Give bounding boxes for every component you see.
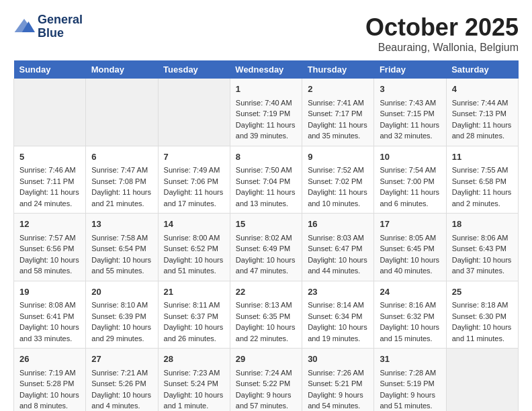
day-info-line: Sunset: 7:19 PM [236,108,296,120]
day-info-line: Sunrise: 7:23 AM [164,367,224,379]
day-number: 2 [308,83,368,96]
day-info-line: and 57 minutes. [236,400,296,411]
day-info-line: Sunrise: 8:06 AM [452,232,513,244]
day-info-line: Sunrise: 8:00 AM [164,232,224,244]
day-info-line: and 21 minutes. [91,198,152,210]
day-info-line: and 4 minutes. [91,400,152,411]
day-number: 27 [91,353,152,366]
day-info-line: Sunrise: 8:08 AM [19,300,80,311]
day-number: 19 [19,285,80,299]
calendar-cell [14,79,86,146]
day-info-line: Sunset: 5:26 PM [91,378,152,390]
day-info-line: and 6 minutes. [380,198,440,210]
day-info-line: Sunset: 6:41 PM [19,311,80,322]
day-number: 23 [308,285,368,299]
day-info-line: Daylight: 11 hours [452,120,513,131]
calendar-cell: 26Sunrise: 7:19 AMSunset: 5:28 PMDayligh… [14,349,86,412]
day-info-line: and 2 minutes. [452,198,513,210]
day-info-line: Sunset: 6:43 PM [452,243,513,255]
day-info-line: Daylight: 10 hours [164,390,224,401]
calendar-table: SundayMondayTuesdayWednesdayThursdayFrid… [13,60,519,411]
logo-icon [13,16,35,38]
day-info-line: and 15 minutes. [380,333,440,345]
title-area: October 2025 Beauraing, Wallonia, Belgiu… [365,13,519,54]
calendar-cell: 14Sunrise: 8:00 AMSunset: 6:52 PMDayligh… [158,214,230,281]
calendar-header: SundayMondayTuesdayWednesdayThursdayFrid… [14,60,519,79]
calendar-cell: 3Sunrise: 7:43 AMSunset: 7:15 PMDaylight… [374,79,446,146]
day-number: 30 [308,353,368,366]
day-info-line: Sunset: 6:32 PM [380,311,440,322]
day-info-line: Daylight: 10 hours [236,322,296,333]
day-number: 3 [380,83,440,96]
day-info-line: Daylight: 10 hours [236,255,296,266]
day-number: 1 [236,83,296,96]
calendar-cell: 11Sunrise: 7:55 AMSunset: 6:58 PMDayligh… [446,146,518,214]
day-info-line: Sunset: 7:17 PM [308,108,368,120]
day-info-line: Sunset: 6:49 PM [236,243,296,255]
day-info-line: Daylight: 9 hours [308,390,368,401]
weekday-header-row: SundayMondayTuesdayWednesdayThursdayFrid… [14,60,519,79]
calendar-cell: 15Sunrise: 8:02 AMSunset: 6:49 PMDayligh… [230,214,302,281]
day-number: 6 [91,150,152,164]
day-number: 31 [380,353,440,366]
calendar-cell: 4Sunrise: 7:44 AMSunset: 7:13 PMDaylight… [446,79,518,146]
day-info-line: Daylight: 10 hours [91,390,152,401]
day-number: 9 [308,150,368,164]
day-info-line: Sunset: 6:34 PM [308,311,368,322]
day-number: 14 [164,218,224,231]
day-info-line: Daylight: 10 hours [452,255,513,266]
day-info-line: Sunrise: 7:44 AM [452,97,513,109]
weekday-header-wednesday: Wednesday [230,60,302,79]
calendar-cell: 22Sunrise: 8:13 AMSunset: 6:35 PMDayligh… [230,281,302,349]
month-title: October 2025 [365,13,519,42]
calendar-week-row: 26Sunrise: 7:19 AMSunset: 5:28 PMDayligh… [14,349,519,412]
day-info-line: Sunrise: 8:18 AM [452,300,513,311]
day-info-line: Daylight: 10 hours [308,255,368,266]
day-info-line: Sunset: 6:37 PM [164,311,224,322]
day-info-line: Sunrise: 7:28 AM [380,367,440,379]
day-info-line: and 55 minutes. [91,265,152,277]
day-info-line: Sunset: 5:21 PM [308,378,368,390]
day-number: 12 [19,218,80,231]
calendar-cell: 12Sunrise: 7:57 AMSunset: 6:56 PMDayligh… [14,214,86,281]
day-info-line: Sunset: 6:56 PM [19,243,80,255]
day-number: 17 [380,218,440,231]
day-info-line: Sunset: 5:19 PM [380,378,440,390]
day-info-line: and 40 minutes. [380,265,440,277]
day-info-line: Sunrise: 7:55 AM [452,165,513,176]
day-info-line: Sunrise: 8:11 AM [164,300,224,311]
calendar-week-row: 1Sunrise: 7:40 AMSunset: 7:19 PMDaylight… [14,79,519,146]
day-info-line: and 35 minutes. [308,130,368,142]
day-info-line: and 17 minutes. [164,198,224,210]
calendar-cell: 31Sunrise: 7:28 AMSunset: 5:19 PMDayligh… [374,349,446,412]
day-info-line: and 22 minutes. [236,333,296,345]
day-info-line: Sunrise: 8:02 AM [236,232,296,244]
day-info-line: Sunrise: 8:05 AM [380,232,440,244]
day-info-line: Sunrise: 7:49 AM [164,165,224,176]
logo-line2: Blue [38,27,83,40]
day-info-line: Daylight: 11 hours [308,120,368,131]
day-info-line: Sunset: 6:47 PM [308,243,368,255]
calendar-body: 1Sunrise: 7:40 AMSunset: 7:19 PMDaylight… [14,79,519,411]
calendar-cell: 24Sunrise: 8:16 AMSunset: 6:32 PMDayligh… [374,281,446,349]
logo-line1: General [38,13,83,27]
day-info-line: and 39 minutes. [236,130,296,142]
calendar-cell: 28Sunrise: 7:23 AMSunset: 5:24 PMDayligh… [158,349,230,412]
day-info-line: Sunrise: 7:47 AM [91,165,152,176]
day-info-line: Sunset: 6:39 PM [91,311,152,322]
day-info-line: and 8 minutes. [19,400,80,411]
day-info-line: Sunset: 7:15 PM [380,108,440,120]
calendar-cell: 25Sunrise: 8:18 AMSunset: 6:30 PMDayligh… [446,281,518,349]
day-number: 22 [236,285,296,299]
calendar-cell: 17Sunrise: 8:05 AMSunset: 6:45 PMDayligh… [374,214,446,281]
day-info-line: Daylight: 11 hours [452,187,513,198]
day-info-line: Sunrise: 7:50 AM [236,165,296,176]
day-info-line: and 11 minutes. [452,333,513,345]
calendar-cell: 5Sunrise: 7:46 AMSunset: 7:11 PMDaylight… [14,146,86,214]
day-info-line: Sunrise: 7:46 AM [19,165,80,176]
day-info-line: Sunrise: 7:57 AM [19,232,80,244]
day-number: 26 [19,353,80,366]
weekday-header-thursday: Thursday [302,60,374,79]
calendar-cell: 9Sunrise: 7:52 AMSunset: 7:02 PMDaylight… [302,146,374,214]
day-info-line: Daylight: 10 hours [380,322,440,333]
